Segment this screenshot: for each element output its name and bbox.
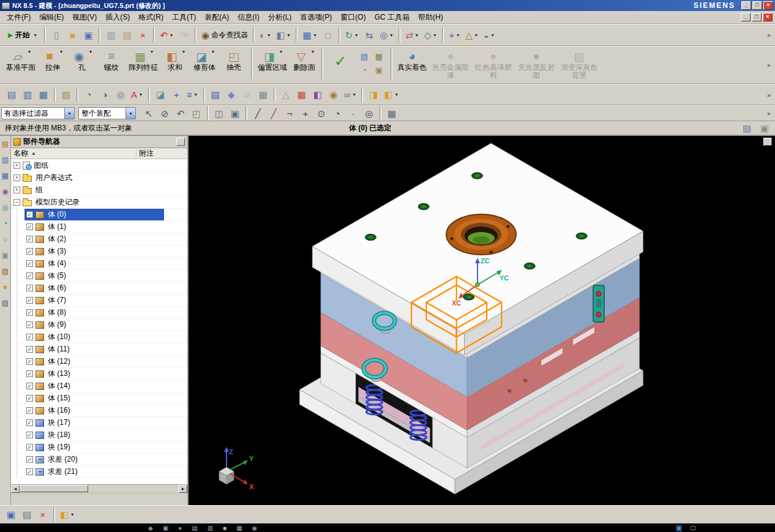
viewport-clip-button[interactable]: [763, 138, 772, 146]
part-navigator-icon[interactable]: ▦: [1, 171, 10, 181]
checkbox-checked-icon[interactable]: ✓: [26, 211, 33, 218]
move-component-icon[interactable]: ⇄▾: [403, 28, 421, 43]
rotate-view-icon-dropdown[interactable]: ▾: [354, 32, 359, 38]
checkbox-checked-icon[interactable]: ✓: [26, 248, 33, 255]
shell-button[interactable]: ◰抽壳: [219, 48, 249, 72]
extrude-button-dropdown[interactable]: ▾: [59, 49, 64, 54]
menu-item[interactable]: 格式(R): [134, 11, 168, 24]
expand-icon[interactable]: +: [13, 174, 20, 181]
checkbox-checked-icon[interactable]: ✓: [26, 297, 33, 304]
view-style-icon[interactable]: ◧▾: [274, 28, 293, 43]
start-dropdown-icon[interactable]: ▾: [32, 32, 37, 38]
checkbox-checked-icon[interactable]: ✓: [26, 407, 33, 414]
move-component-icon-dropdown[interactable]: ▾: [414, 32, 419, 38]
window-layout-icon[interactable]: ▦▾: [301, 28, 319, 43]
thread-button[interactable]: ≡螺纹: [97, 48, 126, 72]
tree-item[interactable]: ✓体 (5): [11, 270, 187, 282]
command-list-icon-dropdown[interactable]: ▾: [193, 92, 198, 97]
mdi-close-button[interactable]: ×: [763, 13, 773, 21]
web-browser-icon[interactable]: ◔: [1, 219, 10, 228]
material-assign-icon-dropdown[interactable]: ▾: [490, 32, 495, 38]
prompt-stack-icon[interactable]: ▨: [739, 121, 754, 136]
expressions-icon[interactable]: ◔: [81, 87, 96, 102]
tray-network-icon[interactable]: ▣: [675, 523, 682, 532]
tree-item[interactable]: ✓体 (14): [11, 380, 187, 392]
delete-face-button-dropdown[interactable]: ▾: [310, 49, 315, 54]
taskbar-icon-1[interactable]: ◆: [148, 524, 153, 532]
close-button[interactable]: ×: [763, 1, 773, 10]
tree-item[interactable]: ✓体 (3): [11, 245, 187, 258]
scan-tools-icon[interactable]: ▣: [372, 64, 386, 76]
tree-item[interactable]: ✓求差 (21): [11, 466, 187, 478]
top-assembly-icon[interactable]: ◫: [212, 106, 227, 121]
tray-volume-icon[interactable]: □: [691, 523, 695, 532]
new-window-icon[interactable]: □: [321, 28, 335, 43]
taskbar-icon-5[interactable]: ▥: [208, 524, 213, 532]
checkbox-checked-icon[interactable]: ✓: [26, 321, 33, 328]
component-select-icon[interactable]: ▣: [228, 106, 242, 121]
selection-filter-dropdown-icon[interactable]: ▾: [64, 108, 74, 119]
delete-icon[interactable]: ×: [135, 28, 150, 43]
udf-library-icon[interactable]: ◧▾: [382, 87, 400, 102]
constraint-navigator-icon[interactable]: ▥: [1, 155, 10, 165]
assembly-constraints-icon-dropdown[interactable]: ▾: [432, 32, 437, 38]
layer-settings-icon[interactable]: ▤: [4, 87, 19, 102]
display-table-icon[interactable]: ▤: [358, 50, 371, 62]
information-window-icon[interactable]: ▨: [59, 87, 73, 102]
unite-button[interactable]: ◧▾求和: [160, 48, 190, 72]
expand-icon[interactable]: +: [13, 187, 20, 193]
tree-item[interactable]: +图纸: [11, 160, 187, 172]
toolbar-overflow-button[interactable]: »: [765, 62, 773, 69]
checkbox-checked-icon[interactable]: ✓: [26, 236, 33, 242]
trim-body-button-dropdown[interactable]: ▾: [211, 49, 215, 54]
tree-item[interactable]: −模型历史记录: [11, 197, 187, 209]
scroll-track[interactable]: [20, 485, 179, 493]
panel-pin-icon[interactable]: [176, 138, 185, 146]
mdi-minimize-button[interactable]: _: [741, 13, 751, 21]
column-header-note[interactable]: 附注: [137, 148, 187, 159]
tree-item[interactable]: ✓体 (9): [11, 319, 187, 331]
pan-view-icon[interactable]: ⇆: [362, 28, 376, 43]
tree-item[interactable]: ✓体 (7): [11, 294, 187, 307]
selection-scope-combo[interactable]: 整个装配 ▾: [78, 107, 136, 119]
mdi-restore-button[interactable]: □: [752, 13, 762, 21]
hd3d-tools-icon[interactable]: ◎: [1, 203, 10, 212]
pattern-feature-button[interactable]: ▦▾阵列特征: [126, 48, 160, 72]
menu-item[interactable]: 工具(T): [168, 11, 200, 24]
tree-item[interactable]: ✓体 (8): [11, 307, 187, 319]
arc-center-snap-icon[interactable]: ⊙: [314, 106, 329, 121]
history-icon[interactable]: ○: [1, 235, 10, 244]
new-file-icon[interactable]: ▯: [49, 28, 64, 43]
undo-icon[interactable]: ↶▾: [158, 28, 176, 43]
tree-item[interactable]: ✓体 (15): [11, 392, 187, 405]
offset-region-button-dropdown[interactable]: ▾: [279, 49, 283, 54]
column-header-name[interactable]: 名称 ▲: [11, 148, 137, 159]
reuse-library-icon[interactable]: ◉: [1, 187, 10, 197]
user-tools-icon[interactable]: ◧▾: [58, 507, 77, 522]
quadrant-snap-icon[interactable]: ◔: [330, 106, 345, 121]
save-icon[interactable]: ▣: [81, 28, 95, 43]
layer-category-icon[interactable]: ▦: [36, 87, 51, 102]
edit-section-icon[interactable]: ◪: [153, 87, 168, 102]
scroll-right-icon[interactable]: ▸: [179, 485, 187, 493]
menu-item[interactable]: 窗口(O): [336, 11, 370, 24]
draft-analysis-icon[interactable]: △: [279, 87, 293, 102]
extrude-button[interactable]: ■▾拉伸: [38, 48, 67, 72]
shaded-view-icon-dropdown[interactable]: ▾: [266, 32, 271, 38]
show-hide-icon[interactable]: ◎: [113, 87, 128, 102]
tree-item[interactable]: ✓体 (12): [11, 356, 187, 368]
examine-geometry-button[interactable]: ✓: [326, 48, 355, 74]
undo-icon-dropdown[interactable]: ▾: [169, 32, 174, 38]
toolbar-overflow-button[interactable]: »: [765, 110, 773, 117]
tree-item[interactable]: ✓块 (19): [11, 441, 187, 454]
tree-item[interactable]: ✓块 (17): [11, 417, 187, 429]
unite-button-dropdown[interactable]: ▾: [181, 49, 186, 54]
assembly-navigator-icon[interactable]: ▤: [1, 140, 10, 149]
restore-button[interactable]: □: [752, 1, 762, 10]
checkbox-checked-icon[interactable]: ✓: [26, 370, 33, 377]
annotation-icon-dropdown[interactable]: ▾: [138, 92, 143, 97]
menu-item[interactable]: 首选项(P): [296, 11, 336, 24]
measure-distance-icon-dropdown[interactable]: ▾: [474, 32, 479, 38]
scroll-left-icon[interactable]: ◂: [11, 485, 20, 493]
checkbox-checked-icon[interactable]: ✓: [26, 260, 33, 267]
